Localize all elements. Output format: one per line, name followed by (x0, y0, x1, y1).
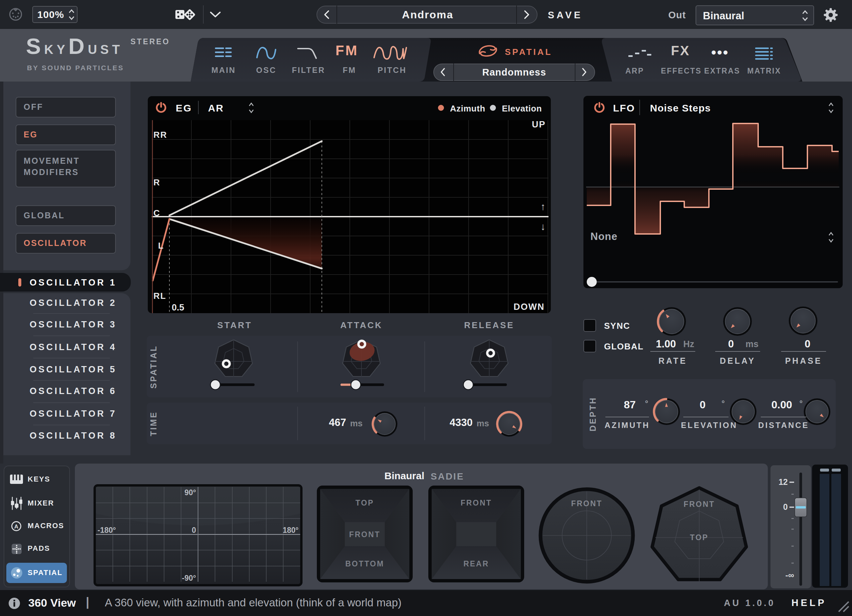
svg-text:RR: RR (153, 130, 168, 140)
svg-text:UP: UP (532, 120, 546, 130)
svg-text:BOTTOM: BOTTOM (345, 559, 384, 568)
svg-text:0: 0 (192, 526, 196, 534)
svg-text:A: A (14, 524, 18, 530)
svg-text:DOWN: DOWN (514, 302, 544, 312)
svg-text:↑: ↑ (541, 201, 545, 212)
svg-text:FRONT: FRONT (571, 499, 603, 508)
svg-text:FRONT: FRONT (684, 500, 715, 509)
svg-text:C: C (153, 208, 160, 218)
svg-text:-180°: -180° (98, 526, 116, 534)
svg-text:90°: 90° (184, 488, 196, 497)
svg-text:TOP: TOP (690, 533, 708, 542)
svg-text:TOP: TOP (355, 498, 374, 507)
svg-text:R: R (153, 177, 160, 187)
svg-text:-90°: -90° (182, 574, 196, 583)
svg-text:RL: RL (153, 291, 166, 301)
svg-text:12: 12 (778, 477, 788, 486)
svg-text:L: L (158, 241, 164, 251)
svg-text:FRONT: FRONT (461, 498, 492, 507)
svg-text:REAR: REAR (463, 559, 489, 568)
svg-text:-∞: -∞ (786, 571, 794, 580)
svg-text:FRONT: FRONT (349, 530, 381, 539)
svg-text:180°: 180° (282, 526, 299, 534)
svg-text:0: 0 (783, 502, 788, 512)
svg-text:↓: ↓ (541, 221, 545, 232)
svg-text:0.5: 0.5 (172, 302, 184, 313)
